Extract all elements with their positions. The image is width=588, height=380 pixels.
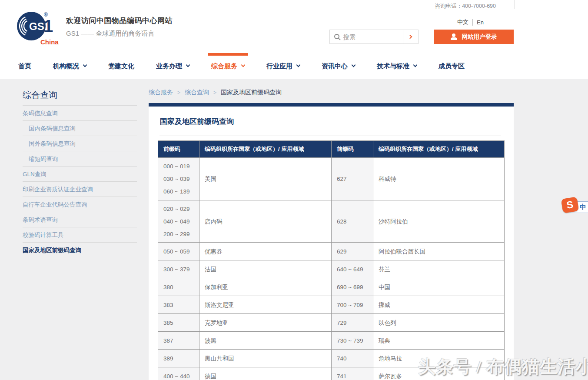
table-row: 000 ~ 019030 ~ 039060 ~ 139美国627科威特 bbox=[158, 158, 505, 200]
country-label: 瑞典 bbox=[379, 334, 504, 347]
prefix-cell: 629 bbox=[332, 243, 373, 260]
nav-item-label: 成员专区 bbox=[439, 62, 465, 70]
nav-item[interactable]: 资讯中心 bbox=[322, 53, 355, 79]
nav-item-label: 综合服务 bbox=[211, 62, 237, 70]
prefix-range: 640 ~ 649 bbox=[337, 263, 373, 276]
search-box bbox=[329, 30, 419, 44]
nav-item[interactable]: 机构概况 bbox=[53, 53, 86, 79]
sogou-s-icon[interactable]: S bbox=[561, 197, 579, 213]
table-row: 020 ~ 029040 ~ 049200 ~ 299店内码628沙特阿拉伯 bbox=[158, 200, 505, 243]
chevron-down-icon bbox=[413, 63, 418, 67]
welcome-subtitle: GS1 —— 全球通用的商务语言 bbox=[66, 30, 173, 38]
site-header: 咨询电话：400-7000-690 GS 1 ® China 欢迎访问中国物品编… bbox=[0, 0, 588, 53]
chevron-down-icon bbox=[352, 63, 356, 67]
nav-item-label: 技术与标准 bbox=[377, 62, 409, 70]
prefix-range: 627 bbox=[337, 173, 373, 185]
prefix-cell: 020 ~ 029040 ~ 049200 ~ 299 bbox=[158, 200, 199, 243]
chevron-down-icon bbox=[241, 63, 246, 67]
country-cell: 优惠券 bbox=[199, 243, 332, 260]
prefix-range: 741 bbox=[337, 370, 373, 380]
nav-item[interactable]: 行业应用 bbox=[266, 53, 300, 79]
nav-item[interactable]: 首页 bbox=[18, 53, 31, 79]
prefix-range: 050 ~ 059 bbox=[163, 245, 199, 258]
table-row: 380保加利亚690 ~ 699中国 bbox=[158, 278, 505, 296]
chevron-down-icon bbox=[83, 63, 87, 67]
prefix-range: 400 ~ 440 bbox=[163, 370, 199, 380]
table-header-cell: 前缀码 bbox=[332, 141, 373, 158]
prefix-cell: 628 bbox=[332, 200, 373, 243]
breadcrumb-item[interactable]: 综合查询 bbox=[185, 89, 209, 96]
prefix-range: 385 bbox=[163, 317, 199, 329]
nav-item[interactable]: 业务办理 bbox=[156, 53, 189, 79]
prefix-table-head: 前缀码编码组织所在国家（或地区）/ 应用领域前缀码编码组织所在国家（或地区）/ … bbox=[158, 141, 505, 158]
table-header-cell: 编码组织所在国家（或地区）/ 应用领域 bbox=[199, 141, 332, 158]
service-phone: 咨询电话：400-7000-690 bbox=[435, 3, 496, 10]
search-input[interactable] bbox=[343, 33, 403, 40]
sidebar-item[interactable]: 校验码计算工具 bbox=[23, 227, 137, 243]
search-submit-button[interactable] bbox=[403, 30, 418, 43]
prefix-cell: 741 bbox=[332, 367, 373, 380]
topbar-divider bbox=[515, 0, 515, 9]
page-title: 国家及地区前缀码查询 bbox=[160, 117, 514, 127]
prefix-range: 629 bbox=[337, 245, 373, 258]
prefix-cell: 380 bbox=[158, 278, 199, 296]
svg-text:1: 1 bbox=[43, 17, 53, 36]
breadcrumb-separator: > bbox=[213, 90, 216, 96]
table-row: 050 ~ 059优惠券629阿拉伯联合酋长国 bbox=[158, 243, 505, 260]
chevron-down-icon bbox=[296, 63, 301, 67]
country-cell: 科威特 bbox=[373, 158, 505, 200]
prefix-range: 300 ~ 379 bbox=[163, 263, 199, 276]
main-panel: 国家及地区前缀码查询 前缀码编码组织所在国家（或地区）/ 应用领域前缀码编码组织… bbox=[149, 103, 514, 380]
table-header-cell: 前缀码 bbox=[158, 141, 199, 158]
sidebar: 综合查询 条码信息查询国内条码信息查询国外条码信息查询缩短码查询GLN查询印刷企… bbox=[23, 89, 137, 258]
sidebar-item[interactable]: GLN查询 bbox=[23, 167, 137, 182]
country-label: 保加利亚 bbox=[205, 281, 331, 293]
sidebar-menu: 条码信息查询国内条码信息查询国外条码信息查询缩短码查询GLN查询印刷企业资质认证… bbox=[23, 106, 137, 258]
country-cell: 挪威 bbox=[373, 296, 505, 314]
sidebar-item[interactable]: 国家及地区前缀码查询 bbox=[23, 243, 137, 258]
nav-item[interactable]: 技术与标准 bbox=[377, 53, 417, 79]
country-label: 店内码 bbox=[205, 215, 331, 228]
chevron-right-icon bbox=[408, 35, 412, 39]
translate-widget[interactable]: 中 S bbox=[562, 198, 588, 216]
chevron-down-icon bbox=[186, 63, 190, 67]
country-label: 法国 bbox=[205, 263, 331, 276]
country-label: 挪威 bbox=[379, 299, 504, 311]
sidebar-item[interactable]: 自行车企业代码公告查询 bbox=[23, 197, 137, 212]
prefix-cell: 050 ~ 059 bbox=[158, 243, 199, 260]
active-nav-indicator bbox=[208, 53, 248, 56]
nav-item[interactable]: 成员专区 bbox=[439, 53, 465, 79]
page: { "topbar": { "phone_label": "咨询电话：400-7… bbox=[0, 0, 588, 380]
gs1-china-logo[interactable]: GS 1 ® China bbox=[17, 10, 63, 46]
country-cell: 美国 bbox=[199, 158, 332, 200]
sidebar-item[interactable]: 国外条码信息查询 bbox=[23, 136, 137, 151]
nav-item[interactable]: 综合服务 bbox=[211, 53, 245, 79]
nav-item[interactable]: 党建文化 bbox=[108, 53, 134, 79]
content-area: 综合查询 条码信息查询国内条码信息查询国外条码信息查询缩短码查询GLN查询印刷企… bbox=[0, 79, 588, 380]
country-cell: 以色列 bbox=[373, 314, 505, 332]
country-label: 中国 bbox=[379, 281, 504, 293]
prefix-cell: 729 bbox=[332, 314, 373, 332]
lang-zh-link[interactable]: 中文 bbox=[457, 18, 468, 26]
sidebar-item[interactable]: 缩短码查询 bbox=[23, 151, 137, 167]
country-cell: 波黑 bbox=[199, 332, 332, 350]
country-label: 美国 bbox=[205, 173, 331, 185]
welcome-block: 欢迎访问中国物品编码中心网站 GS1 —— 全球通用的商务语言 bbox=[66, 16, 173, 38]
prefix-cell: 740 bbox=[332, 350, 373, 367]
country-label: 芬兰 bbox=[379, 263, 504, 276]
prefix-code-table: 前缀码编码组织所在国家（或地区）/ 应用领域前缀码编码组织所在国家（或地区）/ … bbox=[158, 140, 505, 380]
sidebar-item[interactable]: 国内条码信息查询 bbox=[23, 121, 137, 136]
country-cell: 危地马拉 bbox=[373, 350, 505, 367]
welcome-title: 欢迎访问中国物品编码中心网站 bbox=[66, 16, 173, 26]
sidebar-item[interactable]: 条码术语查询 bbox=[23, 212, 137, 227]
sidebar-item[interactable]: 条码信息查询 bbox=[23, 106, 137, 121]
sidebar-title: 综合查询 bbox=[23, 89, 137, 106]
table-row: 385克罗地亚729以色列 bbox=[158, 314, 505, 332]
search-icon bbox=[334, 34, 340, 40]
lang-en-link[interactable]: En bbox=[472, 19, 484, 26]
country-cell: 阿拉伯联合酋长国 bbox=[373, 243, 505, 260]
breadcrumb-item[interactable]: 综合服务 bbox=[149, 89, 173, 96]
login-button[interactable]: 网站用户登录 bbox=[434, 30, 514, 44]
svg-text:China: China bbox=[40, 38, 59, 46]
sidebar-item[interactable]: 印刷企业资质认证企业查询 bbox=[23, 182, 137, 197]
